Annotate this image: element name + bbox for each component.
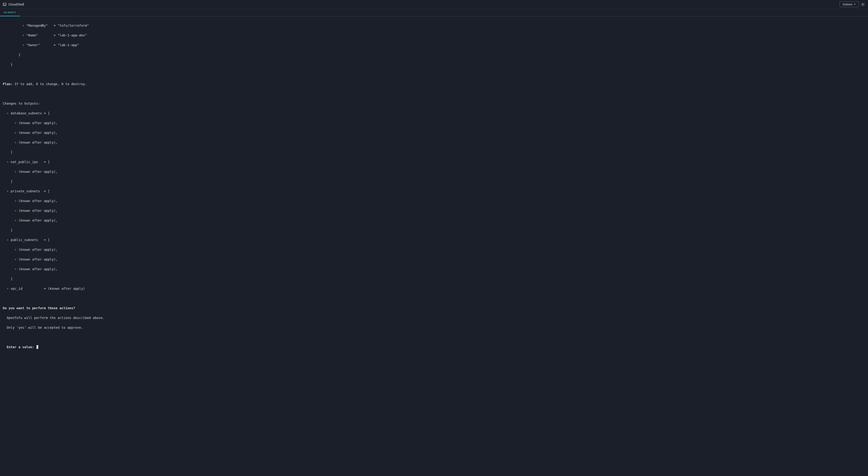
terminal-line: + "Name" = "lab-1-app-dev" [3, 33, 865, 38]
settings-icon[interactable] [861, 2, 865, 7]
output-database-subnets: + database_subnets = [ [3, 111, 865, 116]
app-title: CloudShell [8, 3, 24, 6]
actions-label: Actions [842, 3, 852, 6]
output-vpc-id: + vpc_id = (known after apply) [3, 286, 865, 291]
output-private-subnets: + private_subnets = [ [3, 189, 865, 194]
terminal-line [3, 335, 865, 340]
terminal-line [3, 296, 865, 301]
svg-rect-0 [3, 3, 6, 6]
cloudshell-icon [3, 3, 6, 6]
terminal-line: + (known after apply), [3, 267, 865, 272]
header-left: CloudShell [3, 3, 24, 6]
terminal-cursor [36, 345, 38, 349]
svg-point-2 [862, 4, 864, 5]
chevron-down-icon: ▼ [854, 3, 856, 5]
confirm-question: Do you want to perform these actions? [3, 306, 865, 311]
terminal-line: ] [3, 179, 865, 184]
enter-value-prompt: Enter a value: [3, 345, 865, 350]
terminal-line: } [3, 62, 865, 67]
cloudshell-header: CloudShell Actions ▼ [0, 0, 868, 9]
terminal-output[interactable]: + "ManagedBy" = "tofu/terraform" + "Name… [0, 17, 868, 476]
actions-button[interactable]: Actions ▼ [839, 1, 859, 7]
terminal-line: ] [3, 228, 865, 233]
terminal-line: ] [3, 150, 865, 155]
terminal-line: + (known after apply), [3, 247, 865, 252]
terminal-line: ] [3, 277, 865, 281]
terminal-line: + (known after apply), [3, 169, 865, 174]
terminal-line: + (known after apply), [3, 257, 865, 262]
confirm-line: Only 'yes' will be accepted to approve. [3, 325, 865, 330]
terminal-line: + (known after apply), [3, 208, 865, 213]
terminal-line [3, 72, 865, 77]
output-public-subnets: + public_subnets = [ [3, 237, 865, 243]
terminal-line: + (known after apply), [3, 218, 865, 223]
plan-line: Plan: 37 to add, 0 to change, 0 to destr… [3, 82, 865, 87]
terminal-line: + (known after apply), [3, 198, 865, 203]
terminal-line: } [3, 53, 865, 57]
terminal-line: + "ManagedBy" = "tofu/terraform" [3, 23, 865, 28]
terminal-line: + (known after apply), [3, 140, 865, 145]
tabs-bar: eu-west-1 [0, 9, 868, 17]
tab-region[interactable]: eu-west-1 [0, 9, 20, 16]
output-nat-public-ips: + nat_public_ips = [ [3, 160, 865, 164]
terminal-line [3, 91, 865, 96]
terminal-line: + "Owner" = "lab-1-app" [3, 43, 865, 47]
header-right: Actions ▼ [839, 1, 865, 7]
terminal-line: + (known after apply), [3, 130, 865, 135]
terminal-line: + (known after apply), [3, 121, 865, 126]
changes-header: Changes to Outputs: [3, 101, 865, 106]
confirm-line: OpenTofu will perform the actions descri… [3, 315, 865, 320]
